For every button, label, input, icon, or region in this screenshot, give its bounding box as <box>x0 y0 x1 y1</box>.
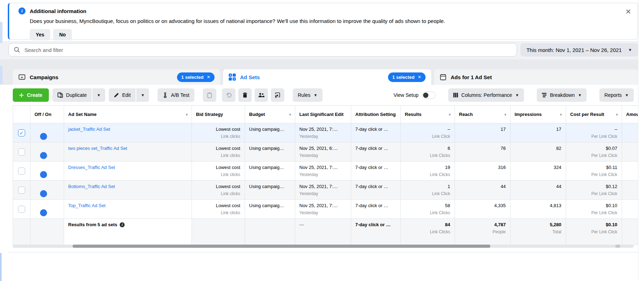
last-edit-sub: Yesterday <box>300 172 347 177</box>
sort-icon[interactable]: ▼ <box>615 112 619 116</box>
amount-cell <box>622 219 638 245</box>
col-bid-strategy-label: Bid Strategy <box>196 112 223 117</box>
chevron-down-icon: ▼ <box>141 93 145 97</box>
search-input[interactable] <box>24 47 512 53</box>
cpr-value: $0.12 <box>570 184 617 189</box>
ad-set-name-link[interactable]: two pieces set_Traffic Ad Set <box>68 146 127 151</box>
search-and-filter-bar[interactable] <box>8 43 517 57</box>
sort-icon[interactable]: ▼ <box>448 112 452 116</box>
sort-icon[interactable]: ▼ <box>559 112 563 116</box>
col-attribution-label: Attribution Setting <box>355 112 396 117</box>
col-results[interactable]: Results▼ <box>400 106 455 123</box>
no-button[interactable]: No <box>53 29 72 40</box>
amount-cell <box>622 162 638 181</box>
attribution-value: 7-day click or … <box>355 146 396 151</box>
close-icon[interactable]: ✕ <box>624 7 633 17</box>
reach-value: 76 <box>459 146 506 151</box>
clipboard-button[interactable] <box>203 88 216 102</box>
additional-information-banner: i Additional information ✕ Does your bus… <box>8 3 638 40</box>
row-checkbox[interactable] <box>18 148 25 156</box>
tab-ad-sets[interactable]: Ad Sets 1 selected ✕ <box>223 69 431 85</box>
view-setup-toggle[interactable] <box>422 92 435 99</box>
select-all-header[interactable] <box>13 106 30 123</box>
impressions-value: 82 <box>515 146 562 151</box>
pencil-icon <box>114 93 119 98</box>
row-checkbox[interactable]: ✓ <box>18 129 25 136</box>
summary-results: 84 <box>405 222 450 227</box>
banner-title: Additional information <box>30 8 86 14</box>
columns-button[interactable]: Columns: Performance ▼ <box>448 88 524 102</box>
table-row: ✓ jacket_Traffic Ad Set Lowest costLink … <box>13 123 638 142</box>
col-last-significant-edit[interactable]: Last Significant Edit <box>295 106 351 123</box>
results-value: 1 <box>405 184 450 189</box>
ab-test-button[interactable]: A/B Test <box>158 88 194 102</box>
ad-set-name-link[interactable]: Top_Traffic Ad Set <box>68 203 106 208</box>
ad-sets-grid-icon <box>229 74 236 81</box>
col-budget[interactable]: Budget▼ <box>245 106 295 123</box>
reports-button[interactable]: Reports ▼ <box>599 88 634 102</box>
deselect-icon[interactable]: ✕ <box>418 75 421 80</box>
undo-button[interactable] <box>222 88 235 102</box>
duplicate-button[interactable]: Duplicate <box>52 88 92 102</box>
col-cost-per-result[interactable]: Cost per Result▼ <box>566 106 622 123</box>
campaigns-selected-badge[interactable]: 1 selected ✕ <box>177 72 215 82</box>
trash-icon <box>243 92 247 98</box>
ad-sets-table: Off / On Ad Set Name▼ Bid Strategy Budge… <box>13 105 638 245</box>
create-button[interactable]: Create <box>13 88 49 102</box>
table-row: two pieces set_Traffic Ad Set Lowest cos… <box>13 142 638 162</box>
col-impressions[interactable]: Impressions▼ <box>510 106 566 123</box>
delete-button[interactable] <box>238 88 252 102</box>
summary-attribution: 7-day click or … <box>355 222 396 227</box>
cpr-value: – <box>570 127 617 132</box>
deselect-icon[interactable]: ✕ <box>207 75 210 80</box>
col-reach[interactable]: Reach▼ <box>455 106 510 123</box>
reach-value: 4,335 <box>459 203 506 208</box>
table-row: Bottoms_Traffic Ad Set Lowest costLink c… <box>13 181 638 200</box>
col-bid-strategy[interactable]: Bid Strategy <box>192 106 245 123</box>
results-value: 19 <box>405 165 450 170</box>
date-range-selector[interactable]: This month: Nov 1, 2021 – Nov 26, 2021 ▼ <box>520 43 638 57</box>
col-attribution-setting[interactable]: Attribution Setting <box>351 106 400 123</box>
edit-dropdown-button[interactable]: ▼ <box>136 88 149 102</box>
tab-campaigns[interactable]: Campaigns 1 selected ✕ <box>13 69 220 85</box>
col-ad-set-name[interactable]: Ad Set Name▼ <box>64 106 192 123</box>
duplicate-label: Duplicate <box>66 92 87 98</box>
info-icon[interactable]: i <box>120 222 125 227</box>
reach-value: 316 <box>459 165 506 170</box>
yes-button[interactable]: Yes <box>30 29 50 40</box>
duplicate-icon <box>57 92 63 98</box>
breakdown-button[interactable]: Breakdown ▼ <box>537 88 587 102</box>
ad-set-name-link[interactable]: jacket_Traffic Ad Set <box>68 127 110 132</box>
sort-icon[interactable]: ▼ <box>185 112 189 116</box>
chevron-down-icon: ▼ <box>578 93 582 97</box>
sort-icon[interactable]: ▼ <box>289 112 292 116</box>
col-off-on[interactable]: Off / On <box>30 106 64 123</box>
col-amount[interactable]: Amount <box>622 106 638 123</box>
ad-sets-selected-badge[interactable]: 1 selected ✕ <box>388 72 426 82</box>
ad-sets-panel: Create Duplicate ▼ Edit ▼ <box>8 85 638 252</box>
impressions-value: 44 <box>515 184 562 189</box>
last-edit-value: Nov 25, 2021, 6:… <box>300 146 347 151</box>
horizontal-scrollbar-thumb[interactable] <box>73 245 490 248</box>
sort-icon[interactable]: ▼ <box>504 112 507 116</box>
audiences-button[interactable] <box>255 88 268 102</box>
rules-button[interactable]: Rules ▼ <box>293 88 323 102</box>
row-checkbox[interactable] <box>18 187 25 194</box>
ads-manager-screen: i Additional information ✕ Does your bus… <box>0 0 644 281</box>
horizontal-scrollbar-track[interactable] <box>13 245 634 248</box>
summary-cpr: $0.10 <box>570 222 617 227</box>
row-checkbox[interactable] <box>18 168 25 175</box>
bid-strategy-sub: Link clicks <box>196 153 240 158</box>
ad-set-name-link[interactable]: Bottoms_Traffic Ad Set <box>68 184 115 189</box>
ad-set-name-link[interactable]: Dresses_Traffic Ad Set <box>68 165 115 170</box>
impressions-value: 324 <box>515 165 562 170</box>
tab-ads[interactable]: Ads for 1 Ad Set <box>434 69 638 85</box>
col-ad-set-name-label: Ad Set Name <box>68 112 97 117</box>
pixel-events-button[interactable] <box>271 88 284 102</box>
col-budget-label: Budget <box>249 112 265 117</box>
edit-button[interactable]: Edit <box>109 88 136 102</box>
left-nav-highlight <box>0 66 2 84</box>
col-last-edit-label: Last Significant Edit <box>300 112 344 117</box>
duplicate-dropdown-button[interactable]: ▼ <box>92 88 105 102</box>
row-checkbox[interactable] <box>18 206 25 213</box>
